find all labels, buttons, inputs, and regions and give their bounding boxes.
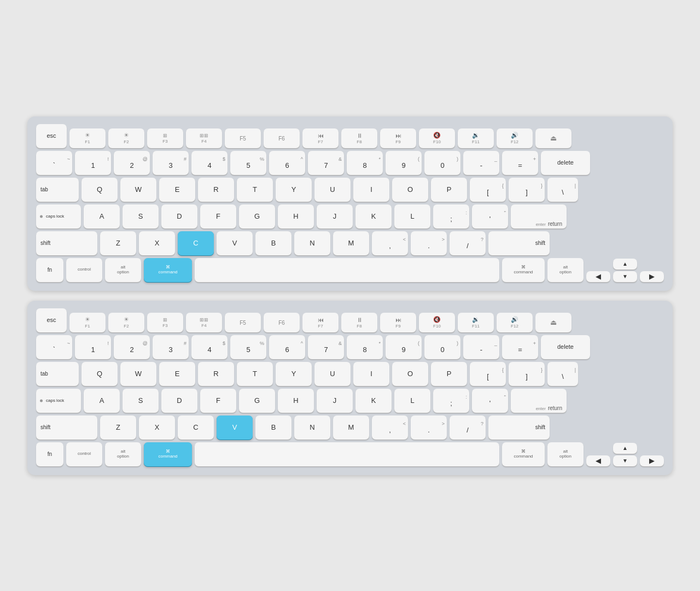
key-t-2[interactable]: T [237, 362, 273, 386]
key-f7[interactable]: ⏮ F7 [302, 128, 339, 148]
key-f1[interactable]: ☀ F1 [69, 128, 106, 148]
key-e-2[interactable]: E [159, 362, 195, 386]
key-h-2[interactable]: H [278, 389, 314, 413]
key-semicolon-2[interactable]: : ; [433, 389, 469, 413]
key-d-2[interactable]: D [161, 389, 197, 413]
key-shift-right[interactable]: shift [488, 231, 550, 255]
key-enter[interactable]: enter return [511, 204, 567, 229]
key-2[interactable]: @ 2 [114, 151, 150, 175]
key-option-left-2[interactable]: altoption [105, 442, 141, 466]
key-o[interactable]: O [392, 178, 428, 202]
key-6[interactable]: ^ 6 [269, 151, 305, 175]
key-f12[interactable]: 🔊 F12 [497, 128, 533, 148]
key-space[interactable] [195, 258, 499, 282]
key-backslash[interactable]: | \ [547, 178, 578, 202]
key-f5-2[interactable]: F5 [225, 313, 261, 332]
key-c-2[interactable]: C [178, 416, 214, 440]
key-r-2[interactable]: R [198, 362, 234, 386]
key-f5[interactable]: F5 [225, 128, 261, 148]
key-arrow-down[interactable]: ▼ [613, 271, 637, 282]
key-period-2[interactable]: > . [411, 416, 447, 440]
key-1-2[interactable]: ! 1 [75, 335, 111, 359]
key-f11-2[interactable]: 🔉 F11 [458, 313, 494, 332]
key-m[interactable]: M [333, 231, 369, 255]
key-arrow-left[interactable]: ◀ [586, 271, 610, 282]
key-rbracket-2[interactable]: } ] [509, 362, 545, 386]
key-f4-2[interactable]: ⊞⊞ F4 [186, 313, 222, 332]
key-capslock-2[interactable]: caps lock [36, 389, 81, 413]
key-u-2[interactable]: U [314, 362, 351, 386]
key-control[interactable]: control [66, 258, 102, 282]
key-shift-left[interactable]: shift [36, 231, 97, 255]
key-b-2[interactable]: B [255, 416, 291, 440]
key-7[interactable]: & 7 [308, 151, 344, 175]
key-2-2[interactable]: @ 2 [114, 335, 150, 359]
key-c[interactable]: C [178, 231, 214, 255]
key-f3[interactable]: ⊞ F3 [147, 128, 183, 148]
key-backtick-2[interactable]: ~ ` [36, 335, 72, 359]
key-l[interactable]: L [394, 204, 430, 229]
key-x[interactable]: X [139, 231, 175, 255]
key-quote-2[interactable]: " ' [472, 389, 508, 413]
key-8[interactable]: * 8 [347, 151, 383, 175]
key-f12-2[interactable]: 🔊 F12 [497, 313, 533, 332]
key-f-2[interactable]: F [200, 389, 236, 413]
key-enter-2[interactable]: enter return [511, 389, 567, 413]
key-i-2[interactable]: I [353, 362, 389, 386]
key-delete-2[interactable]: delete [541, 335, 590, 359]
key-delete[interactable]: delete [541, 151, 590, 175]
key-capslock[interactable]: caps lock [36, 204, 81, 229]
key-arrow-right[interactable]: ▶ [640, 271, 664, 282]
key-f6-2[interactable]: F6 [264, 313, 300, 332]
key-arrow-left-2[interactable]: ◀ [586, 455, 610, 466]
key-minus-2[interactable]: _ - [463, 335, 499, 359]
key-command-right-2[interactable]: ⌘command [502, 442, 545, 466]
key-command-left[interactable]: ⌘command [144, 258, 192, 282]
key-8-2[interactable]: * 8 [347, 335, 383, 359]
key-w[interactable]: W [120, 178, 156, 202]
key-option-right[interactable]: altoption [547, 258, 584, 282]
key-f11[interactable]: 🔉 F11 [458, 128, 494, 148]
key-s[interactable]: S [122, 204, 159, 229]
key-7-2[interactable]: & 7 [308, 335, 344, 359]
key-option-left[interactable]: altoption [105, 258, 141, 282]
key-comma[interactable]: < , [372, 231, 408, 255]
key-0-2[interactable]: ) 0 [424, 335, 460, 359]
key-v-2[interactable]: V [217, 416, 253, 440]
key-y[interactable]: Y [276, 178, 312, 202]
key-eject-2[interactable]: ⏏ [535, 313, 571, 332]
key-4-2[interactable]: $ 4 [191, 335, 228, 359]
key-t[interactable]: T [237, 178, 273, 202]
key-equals[interactable]: + = [502, 151, 538, 175]
key-space-2[interactable] [195, 442, 499, 466]
key-arrow-down-2[interactable]: ▼ [613, 455, 637, 466]
key-command-right[interactable]: ⌘command [502, 258, 545, 282]
key-m-2[interactable]: M [333, 416, 369, 440]
key-f8[interactable]: ⏸ F8 [341, 128, 377, 148]
key-u[interactable]: U [314, 178, 351, 202]
key-f4[interactable]: ⊞⊞ F4 [186, 128, 222, 148]
key-y-2[interactable]: Y [276, 362, 312, 386]
key-f9-2[interactable]: ⏭ F9 [380, 313, 416, 332]
key-option-right-2[interactable]: altoption [547, 442, 584, 466]
key-b[interactable]: B [255, 231, 291, 255]
key-lbracket-2[interactable]: { [ [470, 362, 506, 386]
key-n[interactable]: N [294, 231, 330, 255]
key-j-2[interactable]: J [317, 389, 353, 413]
key-h[interactable]: H [278, 204, 314, 229]
key-g-2[interactable]: G [239, 389, 275, 413]
key-a[interactable]: A [84, 204, 120, 229]
key-tab-2[interactable]: tab [36, 362, 79, 386]
key-a-2[interactable]: A [84, 389, 120, 413]
key-v[interactable]: V [217, 231, 253, 255]
key-w-2[interactable]: W [120, 362, 156, 386]
key-d[interactable]: D [161, 204, 197, 229]
key-slash-2[interactable]: ? / [450, 416, 486, 440]
key-control-2[interactable]: control [66, 442, 102, 466]
key-i[interactable]: I [353, 178, 389, 202]
key-q-2[interactable]: Q [81, 362, 118, 386]
key-esc-2[interactable]: esc [36, 308, 67, 332]
key-f2-2[interactable]: ☀ F2 [108, 313, 144, 332]
key-minus[interactable]: _ - [463, 151, 499, 175]
key-9[interactable]: ( 9 [386, 151, 422, 175]
